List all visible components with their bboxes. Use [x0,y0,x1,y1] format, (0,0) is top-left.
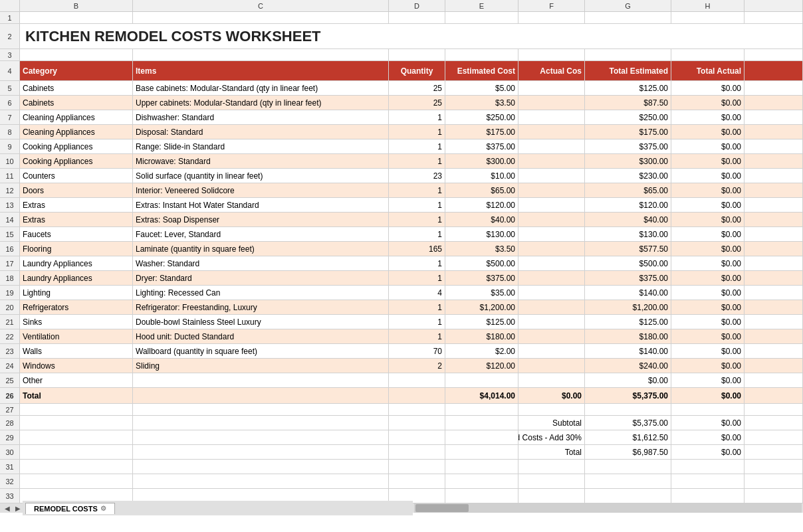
cell-23h[interactable]: $0.00 [671,344,745,358]
cell-20f[interactable] [518,300,585,314]
cell-22d[interactable]: 1 [389,329,445,343]
cell-1d[interactable] [389,12,445,23]
worksheet-title[interactable]: KITCHEN REMODEL COSTS WORKSHEET [20,24,745,48]
cell-24b[interactable]: Windows [20,359,133,373]
cell-5g[interactable]: $125.00 [585,81,671,95]
cell-25b[interactable]: Other [20,373,133,387]
cell-14f[interactable] [518,213,585,226]
cell-10f[interactable] [518,154,585,168]
cell-25g[interactable]: $0.00 [585,373,671,387]
cell-18g[interactable]: $375.00 [585,271,671,285]
cell-6f[interactable] [518,96,585,110]
cell-16b[interactable]: Flooring [20,242,133,256]
cell-1h[interactable] [671,12,745,23]
cell-13g[interactable]: $120.00 [585,198,671,212]
cell-7c[interactable]: Dishwasher: Standard [133,110,389,124]
cell-8d[interactable]: 1 [389,125,445,139]
cell-16h[interactable]: $0.00 [671,242,745,256]
cell-6d[interactable]: 25 [389,96,445,110]
cell-22h[interactable]: $0.00 [671,329,745,343]
cell-12e[interactable]: $65.00 [445,183,518,197]
cell-8f[interactable] [518,125,585,139]
cell-23f[interactable] [518,344,585,358]
cell-12f[interactable] [518,183,585,197]
cell-23c[interactable]: Wallboard (quantity in square feet) [133,344,389,358]
cell-11e[interactable]: $10.00 [445,169,518,183]
cell-14h[interactable]: $0.00 [671,213,745,226]
cell-10g[interactable]: $300.00 [585,154,671,168]
cell-19c[interactable]: Lighting: Recessed Can [133,286,389,300]
cell-25d[interactable] [389,373,445,387]
cell-11d[interactable]: 23 [389,169,445,183]
cell-18f[interactable] [518,271,585,285]
cell-3h[interactable] [671,49,745,60]
cell-7h[interactable]: $0.00 [671,110,745,124]
cell-1e[interactable] [445,12,518,23]
remodel-costs-tab[interactable]: REMODEL COSTS ⚙ [25,503,115,514]
cell-24d[interactable]: 2 [389,359,445,373]
cell-10h[interactable]: $0.00 [671,154,745,168]
cell-15h[interactable]: $0.00 [671,227,745,241]
cell-11c[interactable]: Solid surface (quantity in linear feet) [133,169,389,183]
cell-22f[interactable] [518,329,585,343]
cell-20b[interactable]: Refrigerators [20,300,133,314]
cell-8e[interactable]: $175.00 [445,125,518,139]
cell-9d[interactable]: 1 [389,139,445,153]
cell-9h[interactable]: $0.00 [671,139,745,153]
cell-22e[interactable]: $180.00 [445,329,518,343]
cell-17b[interactable]: Laundry Appliances [20,256,133,270]
cell-7b[interactable]: Cleaning Appliances [20,110,133,124]
cell-8b[interactable]: Cleaning Appliances [20,125,133,139]
cell-7d[interactable]: 1 [389,110,445,124]
cell-18c[interactable]: Dryer: Standard [133,271,389,285]
cell-14c[interactable]: Extras: Soap Dispenser [133,213,389,226]
cell-3g[interactable] [585,49,671,60]
cell-25f[interactable] [518,373,585,387]
cell-6g[interactable]: $87.50 [585,96,671,110]
cell-21f[interactable] [518,315,585,329]
cell-14d[interactable]: 1 [389,213,445,226]
cell-15b[interactable]: Faucets [20,227,133,241]
cell-11g[interactable]: $230.00 [585,169,671,183]
horizontal-scrollbar[interactable] [414,503,802,513]
cell-8h[interactable]: $0.00 [671,125,745,139]
cell-16g[interactable]: $577.50 [585,242,671,256]
cell-21h[interactable]: $0.00 [671,315,745,329]
cell-21e[interactable]: $125.00 [445,315,518,329]
cell-23e[interactable]: $2.00 [445,344,518,358]
cell-22b[interactable]: Ventilation [20,329,133,343]
cell-9c[interactable]: Range: Slide-in Standard [133,139,389,153]
cell-3f[interactable] [518,49,585,60]
cell-5b[interactable]: Cabinets [20,81,133,95]
cell-6b[interactable]: Cabinets [20,96,133,110]
cell-15c[interactable]: Faucet: Lever, Standard [133,227,389,241]
cell-7e[interactable]: $250.00 [445,110,518,124]
cell-16e[interactable]: $3.50 [445,242,518,256]
cell-13b[interactable]: Extras [20,198,133,212]
cell-15e[interactable]: $130.00 [445,227,518,241]
cell-3e[interactable] [445,49,518,60]
cell-3c[interactable] [133,49,389,60]
cell-19e[interactable]: $35.00 [445,286,518,300]
cell-5d[interactable]: 25 [389,81,445,95]
cell-16c[interactable]: Laminate (quantity in square feet) [133,242,389,256]
cell-19g[interactable]: $140.00 [585,286,671,300]
cell-7f[interactable] [518,110,585,124]
cell-14e[interactable]: $40.00 [445,213,518,226]
cell-15g[interactable]: $130.00 [585,227,671,241]
scrollbar-thumb[interactable] [415,504,469,512]
cell-17e[interactable]: $500.00 [445,256,518,270]
nav-arrows[interactable]: ◀ ▶ [0,503,23,513]
cell-6h[interactable]: $0.00 [671,96,745,110]
cell-14b[interactable]: Extras [20,213,133,226]
cell-24h[interactable]: $0.00 [671,359,745,373]
cell-5c[interactable]: Base cabinets: Modular-Standard (qty in … [133,81,389,95]
cell-20h[interactable]: $0.00 [671,300,745,314]
cell-12b[interactable]: Doors [20,183,133,197]
cell-20g[interactable]: $1,200.00 [585,300,671,314]
cell-11h[interactable]: $0.00 [671,169,745,183]
cell-11f[interactable] [518,169,585,183]
cell-1f[interactable] [518,12,585,23]
cell-19d[interactable]: 4 [389,286,445,300]
cell-19b[interactable]: Lighting [20,286,133,300]
